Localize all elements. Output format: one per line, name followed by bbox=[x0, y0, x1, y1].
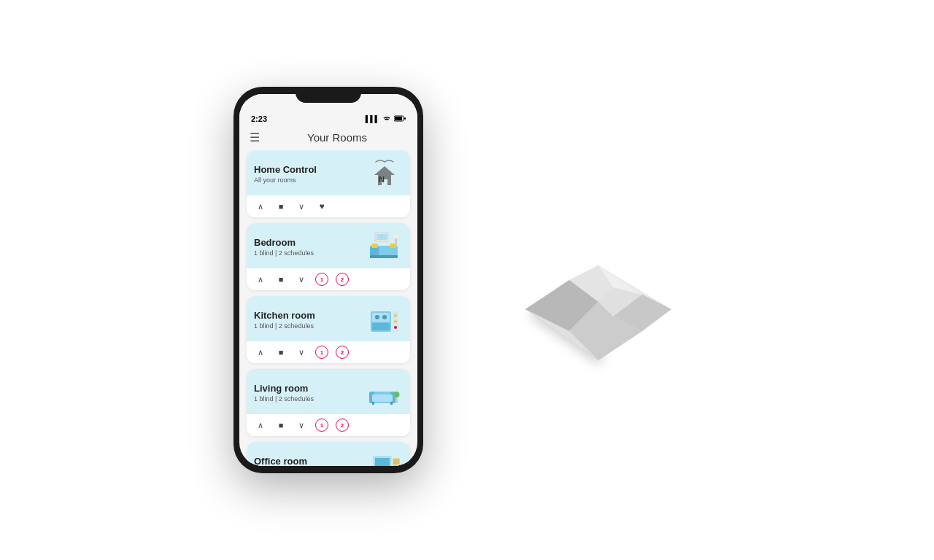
room-card-bedroom[interactable]: Bedroom 1 blind | 2 schedules bbox=[247, 223, 410, 290]
up-btn-bedroom[interactable]: ∧ bbox=[254, 273, 267, 286]
room-sub-bedroom: 1 blind | 2 schedules bbox=[254, 249, 366, 257]
svg-point-21 bbox=[382, 315, 387, 319]
svg-rect-18 bbox=[372, 313, 390, 322]
schedule1-btn-bedroom[interactable]: 1 bbox=[315, 273, 328, 286]
room-name-kitchen: Kitchen room bbox=[254, 310, 366, 321]
room-name-home: Home Control bbox=[254, 164, 366, 175]
rooms-list: Home Control All your rooms bbox=[239, 150, 417, 466]
battery-icon bbox=[394, 115, 406, 123]
kitchen-icon bbox=[366, 304, 403, 335]
up-btn-living[interactable]: ∧ bbox=[254, 419, 267, 432]
room-name-living: Living room bbox=[254, 383, 366, 394]
schedule1-btn-kitchen[interactable]: 1 bbox=[315, 346, 328, 359]
room-card-top-home: Home Control All your rooms bbox=[247, 150, 410, 195]
status-time: 2:23 bbox=[251, 114, 267, 123]
room-info-office: Office room 1 blind | 2 schedules bbox=[254, 456, 366, 467]
kitchen-icon-area bbox=[366, 303, 403, 335]
wifi-icon bbox=[382, 114, 391, 123]
home-control-icon: N bbox=[368, 158, 401, 190]
stop-btn-home[interactable]: ■ bbox=[274, 200, 287, 213]
room-sub-living: 1 blind | 2 schedules bbox=[254, 395, 366, 402]
heart-btn-home[interactable]: ♥ bbox=[315, 200, 328, 213]
svg-rect-14 bbox=[370, 255, 398, 258]
svg-point-20 bbox=[375, 315, 379, 319]
down-btn-bedroom[interactable]: ∨ bbox=[295, 273, 308, 286]
room-card-living[interactable]: Living room 1 blind | 2 schedules bbox=[247, 369, 410, 436]
down-btn-home[interactable]: ∨ bbox=[295, 200, 308, 213]
home-icon-area: N bbox=[366, 158, 403, 190]
phone-notch bbox=[296, 87, 361, 103]
svg-rect-40 bbox=[393, 459, 399, 464]
app-header: ☰ Your Rooms bbox=[239, 126, 417, 150]
svg-point-25 bbox=[394, 326, 397, 329]
stop-btn-bedroom[interactable]: ■ bbox=[274, 273, 287, 286]
scene: 2:23 ▌▌▌ bbox=[139, 25, 795, 535]
room-card-top-office: Office room 1 blind | 2 schedules bbox=[247, 442, 410, 466]
svg-rect-29 bbox=[372, 394, 393, 402]
svg-rect-19 bbox=[372, 323, 390, 330]
room-card-top-bedroom: Bedroom 1 blind | 2 schedules bbox=[247, 223, 410, 268]
app-title: Your Rooms bbox=[267, 131, 407, 144]
svg-rect-2 bbox=[404, 117, 406, 120]
svg-text:N: N bbox=[379, 175, 385, 184]
device-svg bbox=[496, 229, 700, 389]
svg-rect-30 bbox=[372, 402, 374, 405]
room-sub-home: All your rooms bbox=[254, 176, 366, 184]
svg-point-24 bbox=[394, 320, 397, 323]
svg-point-23 bbox=[394, 314, 397, 317]
room-name-office: Office room bbox=[254, 456, 366, 467]
schedule2-btn-bedroom[interactable]: 2 bbox=[336, 273, 349, 286]
room-card-top-living: Living room 1 blind | 2 schedules bbox=[247, 369, 410, 414]
room-name-bedroom: Bedroom bbox=[254, 237, 366, 248]
down-btn-kitchen[interactable]: ∨ bbox=[295, 346, 308, 359]
svg-rect-32 bbox=[395, 397, 398, 403]
hamburger-icon[interactable]: ☰ bbox=[250, 131, 260, 144]
up-btn-kitchen[interactable]: ∧ bbox=[254, 346, 267, 359]
room-card-top-kitchen: Kitchen room 1 blind | 2 schedules bbox=[247, 296, 410, 341]
bedroom-icon bbox=[366, 231, 403, 262]
room-card-home[interactable]: Home Control All your rooms bbox=[247, 150, 410, 217]
schedule1-btn-living[interactable]: 1 bbox=[315, 419, 328, 432]
room-info-bedroom: Bedroom 1 blind | 2 schedules bbox=[254, 237, 366, 257]
smart-device bbox=[496, 229, 700, 389]
svg-point-33 bbox=[394, 392, 400, 397]
bedroom-icon-area bbox=[366, 230, 403, 262]
stop-btn-living[interactable]: ■ bbox=[274, 419, 287, 432]
status-icons: ▌▌▌ bbox=[366, 114, 406, 123]
room-card-kitchen[interactable]: Kitchen room 1 blind | 2 schedules bbox=[247, 296, 410, 363]
svg-rect-41 bbox=[393, 465, 399, 466]
down-btn-living[interactable]: ∨ bbox=[295, 419, 308, 432]
room-info-kitchen: Kitchen room 1 blind | 2 schedules bbox=[254, 310, 366, 330]
svg-marker-3 bbox=[374, 166, 395, 175]
schedule2-btn-living[interactable]: 2 bbox=[336, 419, 349, 432]
office-icon-area bbox=[366, 449, 403, 466]
phone-screen: 2:23 ▌▌▌ bbox=[239, 94, 417, 466]
svg-rect-1 bbox=[395, 117, 402, 120]
room-controls-home: ∧ ■ ∨ ♥ bbox=[247, 195, 410, 217]
room-info-home: Home Control All your rooms bbox=[254, 164, 366, 184]
svg-rect-31 bbox=[390, 402, 393, 405]
signal-icon: ▌▌▌ bbox=[366, 115, 379, 122]
room-sub-kitchen: 1 blind | 2 schedules bbox=[254, 322, 366, 330]
living-icon-area bbox=[366, 376, 403, 408]
room-controls-living: ∧ ■ ∨ 1 2 bbox=[247, 414, 410, 436]
svg-rect-12 bbox=[371, 244, 378, 248]
room-card-office[interactable]: Office room 1 blind | 2 schedules bbox=[247, 442, 410, 466]
up-btn-home[interactable]: ∧ bbox=[254, 200, 267, 213]
room-controls-bedroom: ∧ ■ ∨ 1 2 bbox=[247, 268, 410, 290]
svg-marker-16 bbox=[393, 234, 399, 238]
office-icon bbox=[366, 451, 403, 466]
stop-btn-kitchen[interactable]: ■ bbox=[274, 346, 287, 359]
room-controls-kitchen: ∧ ■ ∨ 1 2 bbox=[247, 341, 410, 363]
phone: 2:23 ▌▌▌ bbox=[234, 87, 423, 473]
schedule2-btn-kitchen[interactable]: 2 bbox=[336, 346, 349, 359]
living-icon bbox=[366, 377, 403, 408]
svg-rect-36 bbox=[375, 458, 390, 466]
room-info-living: Living room 1 blind | 2 schedules bbox=[254, 383, 366, 402]
